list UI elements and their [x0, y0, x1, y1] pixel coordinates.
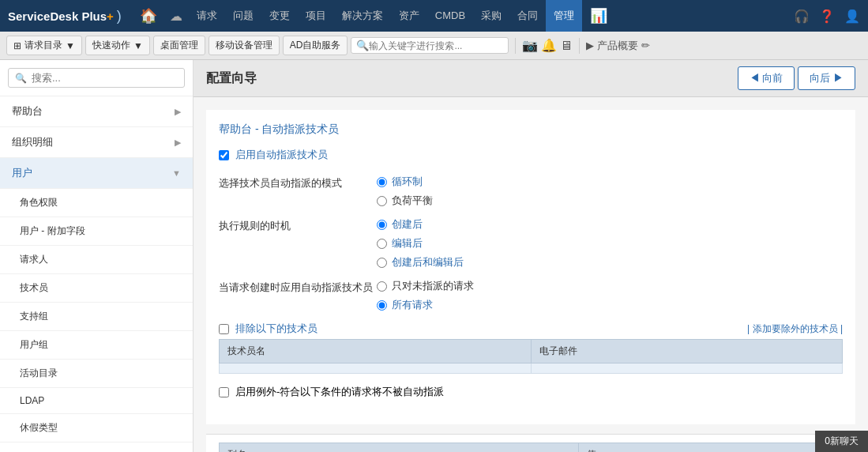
- bell-icon[interactable]: 🔔: [541, 38, 557, 53]
- sidebar-item-requester[interactable]: 请求人: [0, 246, 193, 274]
- mode-radio-circular[interactable]: [377, 177, 387, 187]
- sidebar-item-active-dir[interactable]: 活动目录: [0, 360, 193, 388]
- timing-controls: 创建后 编辑后 创建后和编辑后: [377, 217, 464, 269]
- enable-checkbox[interactable]: [219, 150, 229, 160]
- quick-arrow-icon: ▼: [133, 40, 143, 51]
- search-icon: 🔍: [356, 40, 369, 51]
- sidebar-search-box[interactable]: 🔍: [8, 68, 185, 88]
- search-input[interactable]: [369, 40, 503, 51]
- edit-icon[interactable]: ✏: [641, 40, 650, 51]
- sidebar-search-input[interactable]: [32, 72, 178, 84]
- bottom-table: 列名 值: [219, 443, 843, 452]
- exception-label: 启用例外-符合以下条件的请求将不被自动指派: [235, 385, 444, 399]
- timing-radio-edit[interactable]: [377, 239, 387, 249]
- exception-checkbox-row: 启用例外-符合以下条件的请求将不被自动指派: [219, 385, 843, 399]
- enable-checkbox-row: 启用自动指派技术员: [219, 148, 843, 162]
- mode-radio-load[interactable]: [377, 196, 387, 206]
- help-icon[interactable]: ❓: [819, 9, 835, 24]
- apply-radio-all[interactable]: [377, 300, 387, 311]
- add-exclude-link[interactable]: | 添加要除外的技术员 |: [747, 322, 843, 336]
- main-layout: 🔍 帮助台 ▶ 组织明细 ▶ 用户 ▼ 角色权限 用户 - 附加字段 请求人 技…: [0, 60, 868, 452]
- toolbar-separator2: [579, 38, 580, 54]
- bottom-section: 列名 值: [206, 434, 855, 452]
- home-icon[interactable]: 🏠: [140, 7, 157, 24]
- nav-project[interactable]: 项目: [298, 0, 334, 32]
- timing-after-create[interactable]: 创建后: [377, 217, 464, 232]
- sidebar-item-leave-type[interactable]: 休假类型: [0, 414, 193, 443]
- prev-button[interactable]: ◀ 向前: [738, 66, 795, 90]
- logo-swoosh: ): [117, 8, 122, 24]
- nav-request[interactable]: 请求: [189, 0, 225, 32]
- content-body: 帮助台 - 自动指派技术员 启用自动指派技术员 选择技术员自动指派的模式 循环制: [194, 97, 868, 452]
- apply-unassigned[interactable]: 只对未指派的请求: [377, 279, 474, 293]
- exception-checkbox[interactable]: [219, 387, 229, 397]
- sidebar-item-users[interactable]: 用户 ▼: [0, 158, 193, 189]
- nav-change[interactable]: 变更: [261, 0, 298, 32]
- chat-bubble[interactable]: 0新聊天: [815, 431, 868, 452]
- apply-radio-unassigned[interactable]: [377, 281, 387, 292]
- sidebar-item-org[interactable]: 组织明细 ▶: [0, 127, 193, 158]
- apply-label: 当请求创建时应用自动指派技术员: [219, 279, 377, 295]
- timing-after-edit[interactable]: 编辑后: [377, 236, 464, 250]
- apply-form-group: 当请求创建时应用自动指派技术员 只对未指派的请求 所有请求: [219, 279, 843, 312]
- sidebar-item-role-perms[interactable]: 角色权限: [0, 189, 193, 217]
- col-email: 电子邮件: [531, 340, 843, 363]
- nav-contract[interactable]: 合同: [509, 0, 546, 32]
- video-icon: ▶: [586, 40, 594, 51]
- toolbar-separator: [515, 38, 516, 54]
- col-list-value: 值: [579, 443, 843, 453]
- exclude-checkbox[interactable]: [219, 324, 229, 334]
- camera-icon[interactable]: 📷: [522, 38, 538, 53]
- mode-option-load[interactable]: 负荷平衡: [377, 194, 433, 208]
- headphone-icon[interactable]: 🎧: [794, 9, 810, 24]
- sidebar-item-ldap[interactable]: LDAP: [0, 388, 193, 414]
- nav-solution[interactable]: 解决方案: [334, 0, 391, 32]
- quick-action-btn[interactable]: 快速动作 ▼: [85, 36, 150, 55]
- config-section: 帮助台 - 自动指派技术员 启用自动指派技术员 选择技术员自动指派的模式 循环制: [206, 110, 855, 424]
- user-icon[interactable]: 👤: [844, 9, 860, 24]
- section-title: 帮助台 - 自动指派技术员: [219, 122, 843, 137]
- monitor-icon[interactable]: 🖥: [560, 39, 573, 53]
- nav-problem[interactable]: 问题: [225, 0, 261, 32]
- apply-unassigned-label: 只对未指派的请求: [392, 279, 474, 293]
- sidebar-item-user-extra[interactable]: 用户 - 附加字段: [0, 217, 193, 246]
- timing-both-label: 创建后和编辑后: [392, 255, 464, 269]
- nav-purchase[interactable]: 采购: [473, 0, 509, 32]
- product-overview-label[interactable]: 产品概要: [597, 39, 638, 53]
- mobile-mgmt-btn[interactable]: 移动设备管理: [209, 36, 280, 55]
- content-area: 配置向导 ◀ 向前 向后 ▶ 帮助台 - 自动指派技术员 启用自动指派技术员 选…: [194, 60, 868, 452]
- page-title: 配置向导: [206, 70, 257, 87]
- sidebar-item-helpdesk-label: 帮助台: [12, 104, 43, 119]
- sidebar-search-container: 🔍: [0, 60, 193, 96]
- sidebar-item-helpdesk[interactable]: 帮助台 ▶: [0, 96, 193, 127]
- col-technician-name: 技术员名: [220, 340, 532, 363]
- app-logo: ServiceDesk Plus + ): [8, 8, 122, 24]
- sidebar-search-icon: 🔍: [15, 73, 27, 84]
- mode-option-circular[interactable]: 循环制: [377, 175, 433, 189]
- sidebar-arrow-icon: ▶: [175, 137, 181, 148]
- nav-buttons: ◀ 向前 向后 ▶: [738, 66, 855, 90]
- toolbar-search-box[interactable]: 🔍: [351, 37, 509, 54]
- nav-right: 🎧 ❓ 👤: [794, 9, 860, 24]
- timing-form-group: 执行规则的时机 创建后 编辑后 创建后和编辑后: [219, 217, 843, 269]
- sidebar-item-support-group[interactable]: 支持组: [0, 303, 193, 331]
- timing-radio-both[interactable]: [377, 258, 387, 268]
- nav-chart[interactable]: 📊: [582, 0, 615, 32]
- request-menu-btn[interactable]: ⊞ 请求目录 ▼: [6, 36, 82, 55]
- nav-asset[interactable]: 资产: [391, 0, 427, 32]
- sidebar-item-technician[interactable]: 技术员: [0, 274, 193, 303]
- nav-cmdb[interactable]: CMDB: [427, 0, 473, 32]
- sidebar: 🔍 帮助台 ▶ 组织明细 ▶ 用户 ▼ 角色权限 用户 - 附加字段 请求人 技…: [0, 60, 194, 452]
- cloud-icon[interactable]: ☁: [170, 9, 182, 24]
- mode-load-label: 负荷平衡: [392, 194, 433, 208]
- desktop-mgmt-btn[interactable]: 桌面管理: [153, 36, 205, 55]
- timing-radio-create[interactable]: [377, 220, 387, 230]
- next-button[interactable]: 向后 ▶: [798, 66, 855, 90]
- ad-self-btn[interactable]: AD自助服务: [283, 36, 348, 55]
- timing-after-both[interactable]: 创建后和编辑后: [377, 255, 464, 269]
- sidebar-item-user-group[interactable]: 用户组: [0, 331, 193, 360]
- grid-icon: ⊞: [13, 40, 21, 51]
- apply-all[interactable]: 所有请求: [377, 298, 474, 312]
- content-header: 配置向导 ◀ 向前 向后 ▶: [194, 60, 868, 97]
- nav-admin[interactable]: 管理: [546, 0, 582, 32]
